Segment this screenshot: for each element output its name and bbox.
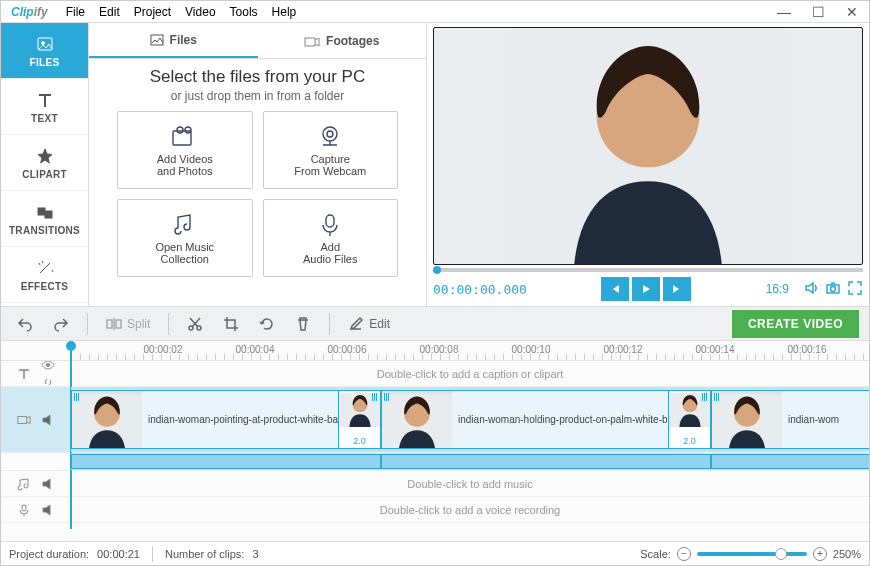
svg-rect-16	[107, 320, 112, 328]
status-bar: Project duration: 00:00:21 Number of cli…	[1, 541, 869, 565]
image-icon	[150, 33, 164, 47]
menu-edit[interactable]: Edit	[99, 5, 120, 19]
clipcount-value: 3	[252, 548, 258, 560]
text-icon	[35, 90, 55, 110]
zoom-in-button[interactable]: +	[813, 547, 827, 561]
film-icon	[170, 123, 200, 149]
video-audio-track[interactable]	[1, 453, 869, 471]
sidetab-files[interactable]: FILES	[1, 23, 88, 79]
music-track[interactable]: Double-click to add music	[1, 471, 869, 497]
menubar: Clipify File Edit Project Video Tools He…	[1, 1, 869, 23]
camera-icon	[304, 34, 320, 48]
speaker-icon[interactable]	[41, 413, 55, 427]
mic-icon	[315, 211, 345, 237]
svg-rect-21	[17, 416, 26, 423]
scale-label: Scale:	[640, 548, 671, 560]
ruler-tick: 00:00:04	[236, 344, 275, 355]
caption-track[interactable]: Double-click to add a caption or clipart	[1, 361, 869, 387]
svg-point-11	[323, 127, 337, 141]
card-open-music[interactable]: Open MusicCollection	[117, 199, 253, 277]
clip-thumbnail	[72, 391, 142, 448]
card-add-audio[interactable]: AddAudio Files	[263, 199, 399, 277]
zoom-out-button[interactable]: −	[677, 547, 691, 561]
caption-hint: Double-click to add a caption or clipart	[71, 368, 869, 380]
timeline: 00:00:0200:00:0400:00:0600:00:0800:00:10…	[1, 341, 869, 541]
music-icon	[17, 477, 31, 491]
wand-icon	[35, 258, 55, 278]
edit-toolbar: Split Edit CREATE VIDEO	[1, 307, 869, 341]
sidetab-effects[interactable]: EFFECTS	[1, 247, 88, 303]
rotate-button[interactable]	[253, 312, 281, 336]
clip-thumbnail	[712, 391, 782, 448]
window-maximize[interactable]: ☐	[801, 4, 835, 20]
transitions-icon	[35, 202, 55, 222]
filetab-files[interactable]: Files	[89, 23, 258, 58]
filetab-footages[interactable]: Footages	[258, 23, 427, 58]
music-hint: Double-click to add music	[71, 478, 869, 490]
video-clip[interactable]: indian-woman-pointing-at-product-white-b…	[71, 390, 381, 449]
video-icon	[17, 413, 31, 427]
undo-button[interactable]	[11, 312, 39, 336]
svg-point-15	[831, 286, 836, 291]
menu-tools[interactable]: Tools	[230, 5, 258, 19]
video-clip[interactable]: indian-woman-holding-product-on-palm-whi…	[381, 390, 711, 449]
sidetab-text[interactable]: TEXT	[1, 79, 88, 135]
voice-track[interactable]: Double-click to add a voice recording	[1, 497, 869, 523]
speaker-icon[interactable]	[41, 477, 55, 491]
split-button[interactable]: Split	[100, 312, 156, 336]
audio-segment[interactable]	[711, 454, 869, 469]
svg-point-10	[185, 127, 191, 133]
cut-button[interactable]	[181, 312, 209, 336]
play-button[interactable]	[632, 277, 660, 301]
preview-scrubber[interactable]	[433, 268, 863, 272]
audio-segment[interactable]	[71, 454, 381, 469]
image-icon	[35, 34, 55, 54]
menu-project[interactable]: Project	[134, 5, 171, 19]
menu-file[interactable]: File	[66, 5, 85, 19]
create-video-button[interactable]: CREATE VIDEO	[732, 310, 859, 338]
preview-timecode: 00:00:00.000	[433, 282, 527, 297]
window-close[interactable]: ✕	[835, 4, 869, 20]
menu-video[interactable]: Video	[185, 5, 215, 19]
duration-label: Project duration:	[9, 548, 89, 560]
prev-frame-button[interactable]	[601, 277, 629, 301]
svg-point-3	[41, 41, 44, 44]
next-frame-button[interactable]	[663, 277, 691, 301]
card-capture-webcam[interactable]: CaptureFrom Webcam	[263, 111, 399, 189]
side-tabs: FILES TEXT CLIPART TRANSITIONS EFFECTS	[1, 23, 89, 306]
ruler-tick: 00:00:10	[512, 344, 551, 355]
scale-value: 250%	[833, 548, 861, 560]
ruler-tick: 00:00:06	[328, 344, 367, 355]
window-minimize[interactable]: —	[767, 4, 801, 20]
edit-button[interactable]: Edit	[342, 312, 396, 336]
star-icon	[35, 146, 55, 166]
clip-thumbnail	[382, 391, 452, 448]
mic-icon	[17, 503, 31, 517]
svg-rect-22	[22, 505, 26, 511]
fullscreen-icon[interactable]	[847, 280, 863, 299]
time-ruler[interactable]: 00:00:0200:00:0400:00:0600:00:0800:00:10…	[1, 341, 869, 361]
card-add-videos-photos[interactable]: Add Videosand Photos	[117, 111, 253, 189]
voice-hint: Double-click to add a voice recording	[71, 504, 869, 516]
zoom-slider[interactable]	[697, 552, 807, 556]
preview-canvas[interactable]	[433, 27, 863, 265]
ruler-tick: 00:00:08	[420, 344, 459, 355]
volume-icon[interactable]	[803, 280, 819, 299]
svg-rect-7	[305, 38, 315, 46]
menu-help[interactable]: Help	[272, 5, 297, 19]
crop-button[interactable]	[217, 312, 245, 336]
sidetab-transitions[interactable]: TRANSITIONS	[1, 191, 88, 247]
sidetab-clipart[interactable]: CLIPART	[1, 135, 88, 191]
aspect-ratio[interactable]: 16:9	[766, 282, 789, 296]
redo-button[interactable]	[47, 312, 75, 336]
delete-button[interactable]	[289, 312, 317, 336]
audio-segment[interactable]	[381, 454, 711, 469]
speaker-icon[interactable]	[41, 503, 55, 517]
ruler-tick: 00:00:02	[144, 344, 183, 355]
filepanel-headline: Select the files from your PC	[89, 59, 426, 89]
video-clip[interactable]: indian-wom	[711, 390, 869, 449]
snapshot-icon[interactable]	[825, 280, 841, 299]
text-icon	[17, 367, 31, 381]
video-track[interactable]: indian-woman-pointing-at-product-white-b…	[1, 387, 869, 453]
svg-point-9	[177, 127, 183, 133]
